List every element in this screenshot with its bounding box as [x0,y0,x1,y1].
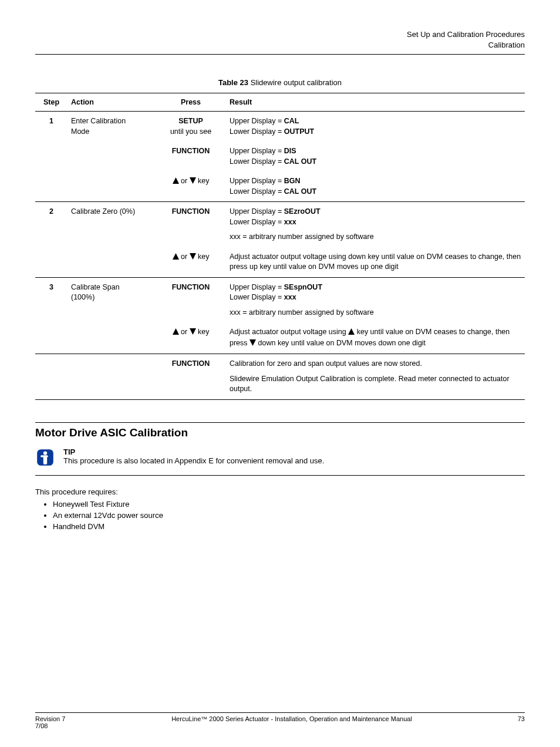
triangle-down-icon [190,253,196,263]
requires-list: Honeywell Test Fixture An external 12Vdc… [53,500,525,531]
tip-text-wrap: TIP This procedure is also located in Ap… [63,447,324,465]
cell-result: Adjust actuator output voltage using key… [226,322,525,354]
cell-press: FUNCTION [156,142,226,171]
triangle-up-icon [173,177,179,187]
table-title-text: Slidewire output calibration [251,78,342,87]
table-row: 1 Enter Calibration Mode SETUP until you… [35,112,525,142]
text: Lower Display = [230,127,284,136]
svg-marker-2 [173,253,179,260]
list-item: An external 12Vdc power source [53,511,525,520]
col-action: Action [68,93,156,112]
text: SEspnOUT [284,283,322,291]
key-label: FUNCTION [172,147,210,155]
text: or [179,253,190,261]
footer-center: HercuLine™ 2000 Series Actuator - Instal… [76,715,507,729]
cell-step: 1 [35,112,68,142]
page-header: Set Up and Calibration Procedures Calibr… [35,29,525,51]
header-line2: Calibration [35,40,525,51]
cell-step [35,142,68,171]
text: CAL [284,117,299,125]
cell-action [68,322,156,354]
cell-result: Upper Display = BGN Lower Display = CAL … [226,171,525,202]
tip-rule [35,475,525,476]
text: key [196,253,210,261]
page-footer: Revision 7 7/08 HercuLine™ 2000 Series A… [35,712,525,729]
footer-page-number: 73 [507,715,525,729]
svg-marker-1 [190,177,196,184]
cell-step [35,171,68,202]
text: Lower Display = [230,218,284,226]
text: 7/08 [35,722,76,729]
text: Lower Display = [230,157,284,166]
text: key [196,328,210,336]
text: SEzroOUT [284,207,321,216]
footer-left: Revision 7 7/08 [35,715,76,729]
text: OUTPUT [284,127,314,136]
text: xxx = arbitrary number assigned by softw… [230,308,374,317]
table-row: or key Upper Display = BGN Lower Display… [35,171,525,202]
cell-press: or key [156,171,226,202]
text: Revision 7 [35,715,76,722]
list-item: Handheld DVM [53,522,525,531]
footer-row: Revision 7 7/08 HercuLine™ 2000 Series A… [35,715,525,729]
text: Calibration for zero and span output val… [230,359,521,369]
header-line1: Set Up and Calibration Procedures [35,29,525,40]
section-heading: Motor Drive ASIC Calibration [35,422,525,439]
triangle-down-icon [249,339,256,349]
text: xxx = arbitrary number assigned by softw… [230,233,374,241]
cell-action: Enter Calibration Mode [68,112,156,142]
table-header-row: Step Action Press Result [35,93,525,112]
text: or [179,177,190,185]
table-row: FUNCTION Upper Display = DIS Lower Displ… [35,142,525,171]
cell-press: FUNCTION [156,354,226,400]
text: Adjust actuator output voltage using [230,328,348,336]
cell-step [35,322,68,354]
triangle-down-icon [190,177,196,187]
svg-marker-7 [249,339,256,346]
cell-result: Calibration for zero and span output val… [226,354,525,400]
cell-action [68,354,156,400]
cell-press: or key [156,322,226,354]
text: Mode [71,127,89,136]
col-press: Press [156,93,226,112]
svg-marker-5 [190,328,196,335]
text: CAL OUT [284,157,316,166]
cell-result: Adjust actuator output voltage using dow… [226,247,525,278]
table-row: 3 Calibrate Span (100%) FUNCTION Upper D… [35,277,525,322]
triangle-up-icon [173,253,179,263]
calibration-table: Step Action Press Result 1 Enter Calibra… [35,93,525,400]
cell-step: 2 [35,202,68,247]
cell-result: Upper Display = CAL Lower Display = OUTP… [226,112,525,142]
svg-marker-6 [348,328,355,335]
svg-marker-3 [190,253,196,260]
text: Lower Display = [230,293,284,301]
cell-result: Upper Display = SEzroOUT Lower Display =… [226,202,525,247]
text: key [196,177,210,185]
col-step: Step [35,93,68,112]
page: Set Up and Calibration Procedures Calibr… [0,0,560,747]
cell-step: 3 [35,277,68,322]
header-rule [35,54,525,55]
cell-action [68,247,156,278]
cell-press: or key [156,247,226,278]
text: Enter Calibration [71,117,126,125]
cell-action: Calibrate Span (100%) [68,277,156,322]
footer-rule [35,712,525,713]
cell-result: Upper Display = DIS Lower Display = CAL … [226,142,525,171]
tip-block: TIP This procedure is also located in Ap… [35,447,525,469]
table-title-prefix: Table 23 [218,78,251,87]
cell-press: FUNCTION [156,277,226,322]
text: Upper Display = [230,177,284,185]
text: DIS [284,147,296,155]
table-title: Table 23 Slidewire output calibration [35,78,525,87]
svg-marker-0 [173,177,179,184]
text: (100%) [71,293,95,301]
text: Upper Display = [230,207,284,216]
triangle-up-icon [173,328,179,338]
text: Slidewire Emulation Output Calibration i… [230,374,521,395]
tip-text: This procedure is also located in Append… [63,456,324,465]
text: xxx [284,293,296,301]
triangle-up-icon [348,328,355,338]
list-item: Honeywell Test Fixture [53,500,525,509]
text: BGN [284,177,301,185]
